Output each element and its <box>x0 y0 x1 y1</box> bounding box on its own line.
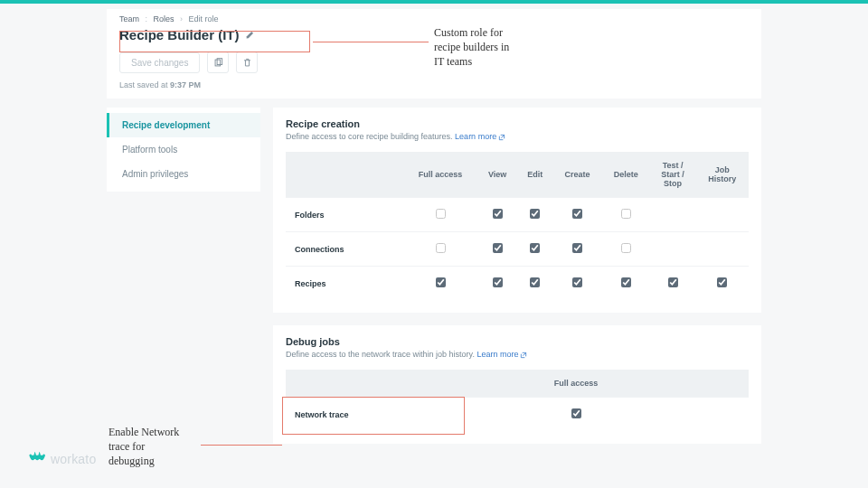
external-link-icon <box>498 134 505 141</box>
delete-button[interactable] <box>236 52 258 73</box>
permission-cell <box>552 198 601 232</box>
table-row: Folders <box>286 198 749 232</box>
annotation-leader-line <box>313 42 429 42</box>
row-label: Network trace <box>286 398 403 432</box>
breadcrumb-current: Edit role <box>189 14 219 23</box>
column-header <box>286 152 403 198</box>
column-header: Create <box>552 152 601 198</box>
permission-checkbox[interactable] <box>717 277 727 287</box>
permission-checkbox[interactable] <box>530 277 540 287</box>
row-label: Folders <box>286 198 403 232</box>
permission-checkbox[interactable] <box>571 408 581 418</box>
annotation-title: Custom role for recipe builders in IT te… <box>434 25 509 70</box>
external-link-icon <box>520 352 527 359</box>
logo-text: workato <box>51 452 96 466</box>
permission-cell <box>602 232 650 267</box>
permission-cell <box>602 267 650 301</box>
debug-permissions-table: Full accessNetwork trace <box>286 370 749 431</box>
permission-checkbox[interactable] <box>493 209 503 219</box>
permissions-table: Full accessViewEditCreateDeleteTest / St… <box>286 152 749 300</box>
permission-checkbox[interactable] <box>493 277 503 287</box>
permission-cell <box>477 198 517 232</box>
panel-title: Recipe creation <box>286 118 749 129</box>
column-header: View <box>477 152 517 198</box>
learn-more-link[interactable]: Learn more <box>455 132 505 141</box>
permission-cell <box>477 232 517 267</box>
permission-checkbox[interactable] <box>493 243 503 253</box>
page-bg: Team : Roles › Edit role Recipe Builder … <box>0 4 868 488</box>
save-button[interactable]: Save changes <box>119 52 200 73</box>
permission-cell <box>650 267 696 301</box>
permission-checkbox[interactable] <box>436 277 446 287</box>
permission-checkbox[interactable] <box>436 209 446 219</box>
annotation-leader-line <box>201 445 282 446</box>
panel-desc: Define access to the network trace withi… <box>286 350 749 359</box>
permission-cell <box>403 398 749 432</box>
sidebar-item[interactable]: Platform tools <box>107 137 260 162</box>
copy-icon <box>213 58 223 68</box>
sidebar-item[interactable]: Recipe development <box>107 113 260 137</box>
permission-cell <box>650 198 696 232</box>
breadcrumb-team[interactable]: Team <box>119 14 139 23</box>
breadcrumb-roles[interactable]: Roles <box>154 14 175 23</box>
annotation-debug: Enable Network trace for debugging <box>108 425 179 469</box>
table-row: Connections <box>286 232 749 267</box>
breadcrumb: Team : Roles › Edit role <box>119 14 749 23</box>
column-header: Full access <box>403 152 477 198</box>
permission-cell <box>696 198 749 232</box>
learn-more-link[interactable]: Learn more <box>476 350 527 359</box>
logo-icon <box>29 452 47 466</box>
column-header: Test / Start / Stop <box>650 152 696 198</box>
row-label: Connections <box>286 232 403 267</box>
table-row: Network trace <box>286 398 749 432</box>
last-saved-text: Last saved at 9:37 PM <box>119 80 749 89</box>
permission-checkbox[interactable] <box>436 243 446 253</box>
permission-cell <box>650 232 696 267</box>
permission-cell <box>403 267 477 301</box>
permission-checkbox[interactable] <box>621 243 631 253</box>
row-label: Recipes <box>286 267 403 301</box>
panel-desc: Define access to core recipe building fe… <box>286 132 749 141</box>
permission-cell <box>477 267 517 301</box>
column-header: Full access <box>403 370 749 398</box>
column-header: Job History <box>696 152 749 198</box>
logo: workato <box>29 452 96 466</box>
permission-cell <box>696 232 749 267</box>
sidebar: Recipe developmentPlatform toolsAdmin pr… <box>107 108 260 192</box>
permission-cell <box>403 198 477 232</box>
permission-checkbox[interactable] <box>530 209 540 219</box>
permission-checkbox[interactable] <box>572 209 582 219</box>
page-title: Recipe Builder (IT) <box>119 27 240 42</box>
edit-title-icon[interactable] <box>245 31 254 40</box>
permission-cell <box>696 267 749 301</box>
permission-checkbox[interactable] <box>572 243 582 253</box>
trash-icon <box>242 58 252 68</box>
permission-cell <box>552 232 601 267</box>
permission-cell <box>403 232 477 267</box>
permission-cell <box>602 198 650 232</box>
permission-cell <box>517 232 552 267</box>
table-row: Recipes <box>286 267 749 301</box>
column-header <box>286 370 403 398</box>
debug-jobs-panel: Debug jobs Define access to the network … <box>273 325 761 444</box>
column-header: Delete <box>602 152 650 198</box>
panel-title: Debug jobs <box>286 336 749 347</box>
permission-checkbox[interactable] <box>621 209 631 219</box>
duplicate-button[interactable] <box>207 52 229 73</box>
permission-cell <box>517 267 552 301</box>
permission-checkbox[interactable] <box>621 277 631 287</box>
permission-checkbox[interactable] <box>572 277 582 287</box>
recipe-creation-panel: Recipe creation Define access to core re… <box>273 108 761 313</box>
permission-cell <box>517 198 552 232</box>
permission-checkbox[interactable] <box>668 277 678 287</box>
permission-cell <box>552 267 601 301</box>
permission-checkbox[interactable] <box>530 243 540 253</box>
column-header: Edit <box>517 152 552 198</box>
sidebar-item[interactable]: Admin privileges <box>107 162 260 186</box>
